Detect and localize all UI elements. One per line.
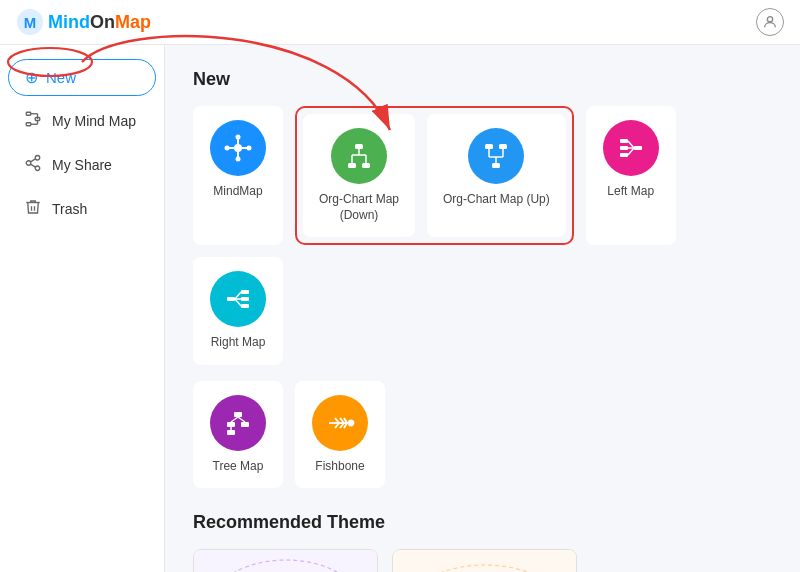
svg-point-22 bbox=[225, 146, 230, 151]
svg-rect-53 bbox=[227, 422, 235, 427]
logo-mind: Mind bbox=[48, 12, 90, 32]
svg-point-15 bbox=[234, 144, 242, 152]
mind-map-icon bbox=[24, 110, 42, 132]
sidebar-item-label: Trash bbox=[52, 201, 87, 217]
user-avatar-icon[interactable] bbox=[756, 8, 784, 36]
svg-rect-24 bbox=[355, 144, 363, 149]
left-map-label: Left Map bbox=[607, 184, 654, 200]
map-item-org-up[interactable]: Org-Chart Map (Up) bbox=[427, 114, 566, 237]
svg-line-14 bbox=[30, 159, 35, 162]
map-item-tree-map[interactable]: Tree Map bbox=[193, 381, 283, 489]
theme-card-2[interactable] bbox=[392, 549, 577, 572]
map-item-right-map[interactable]: Right Map bbox=[193, 257, 283, 365]
fishbone-label: Fishbone bbox=[315, 459, 364, 475]
svg-line-56 bbox=[231, 417, 238, 422]
svg-rect-3 bbox=[26, 112, 31, 115]
logo[interactable]: M MindOnMap bbox=[16, 8, 151, 36]
svg-point-66 bbox=[349, 420, 354, 425]
svg-rect-4 bbox=[26, 123, 31, 126]
svg-line-49 bbox=[235, 292, 241, 299]
svg-rect-38 bbox=[634, 146, 642, 150]
svg-rect-52 bbox=[234, 412, 242, 417]
mindmap-label: MindMap bbox=[213, 184, 262, 200]
svg-rect-39 bbox=[620, 139, 628, 143]
svg-point-2 bbox=[767, 17, 772, 22]
recommended-title: Recommended Theme bbox=[193, 512, 772, 533]
trash-icon bbox=[24, 198, 42, 220]
main-container: ⊕ New My Mind Map bbox=[0, 45, 800, 572]
svg-rect-41 bbox=[620, 153, 628, 157]
sidebar-item-label: My Share bbox=[52, 157, 112, 173]
org-down-circle bbox=[331, 128, 387, 184]
map-item-left-map[interactable]: Left Map bbox=[586, 106, 676, 245]
new-section-title: New bbox=[193, 69, 772, 90]
map-item-org-down[interactable]: Org-Chart Map(Down) bbox=[303, 114, 415, 237]
theme-card-1[interactable] bbox=[193, 549, 378, 572]
svg-line-51 bbox=[235, 299, 241, 306]
svg-point-20 bbox=[236, 135, 241, 140]
map-item-mindmap[interactable]: MindMap bbox=[193, 106, 283, 245]
svg-line-42 bbox=[628, 141, 634, 148]
sidebar-item-trash[interactable]: Trash bbox=[8, 188, 156, 230]
sidebar-item-my-mind-map[interactable]: My Mind Map bbox=[8, 100, 156, 142]
svg-rect-48 bbox=[241, 304, 249, 308]
svg-point-12 bbox=[35, 166, 40, 171]
svg-point-11 bbox=[26, 161, 31, 166]
org-down-label: Org-Chart Map(Down) bbox=[319, 192, 399, 223]
svg-line-44 bbox=[628, 148, 634, 155]
maps-grid-row2: Tree Map Fishbone bbox=[193, 381, 772, 489]
new-button[interactable]: ⊕ New bbox=[8, 59, 156, 96]
left-map-circle bbox=[603, 120, 659, 176]
svg-line-13 bbox=[30, 164, 35, 167]
svg-rect-54 bbox=[241, 422, 249, 427]
svg-rect-46 bbox=[241, 290, 249, 294]
logo-on: On bbox=[90, 12, 115, 32]
svg-rect-47 bbox=[241, 297, 249, 301]
tree-map-circle bbox=[210, 395, 266, 451]
svg-rect-40 bbox=[620, 146, 628, 150]
right-map-circle bbox=[210, 271, 266, 327]
plus-icon: ⊕ bbox=[25, 68, 38, 87]
svg-rect-67 bbox=[194, 550, 378, 572]
svg-rect-45 bbox=[227, 297, 235, 301]
highlighted-group: Org-Chart Map(Down) bbox=[295, 106, 574, 245]
svg-text:M: M bbox=[24, 14, 36, 31]
map-item-fishbone[interactable]: Fishbone bbox=[295, 381, 385, 489]
svg-point-21 bbox=[236, 157, 241, 162]
mindmap-circle bbox=[210, 120, 266, 176]
svg-rect-88 bbox=[393, 550, 577, 572]
svg-rect-31 bbox=[492, 163, 500, 168]
logo-map: Map bbox=[115, 12, 151, 32]
svg-rect-25 bbox=[348, 163, 356, 168]
new-label: New bbox=[46, 69, 76, 86]
maps-grid: MindMap bbox=[193, 106, 772, 365]
svg-point-10 bbox=[35, 156, 40, 161]
sidebar: ⊕ New My Mind Map bbox=[0, 45, 165, 572]
logo-icon: M bbox=[16, 8, 44, 36]
fishbone-circle bbox=[312, 395, 368, 451]
content-area: New MindMa bbox=[165, 45, 800, 572]
org-up-circle bbox=[468, 128, 524, 184]
svg-rect-32 bbox=[485, 144, 493, 149]
svg-rect-33 bbox=[499, 144, 507, 149]
tree-map-label: Tree Map bbox=[213, 459, 264, 475]
header: M MindOnMap bbox=[0, 0, 800, 45]
svg-line-57 bbox=[238, 417, 245, 422]
svg-rect-26 bbox=[362, 163, 370, 168]
right-map-label: Right Map bbox=[211, 335, 266, 351]
sidebar-item-my-share[interactable]: My Share bbox=[8, 144, 156, 186]
themes-grid bbox=[193, 549, 772, 572]
share-icon bbox=[24, 154, 42, 176]
org-up-label: Org-Chart Map (Up) bbox=[443, 192, 550, 208]
svg-rect-55 bbox=[227, 430, 235, 435]
sidebar-item-label: My Mind Map bbox=[52, 113, 136, 129]
svg-point-23 bbox=[247, 146, 252, 151]
